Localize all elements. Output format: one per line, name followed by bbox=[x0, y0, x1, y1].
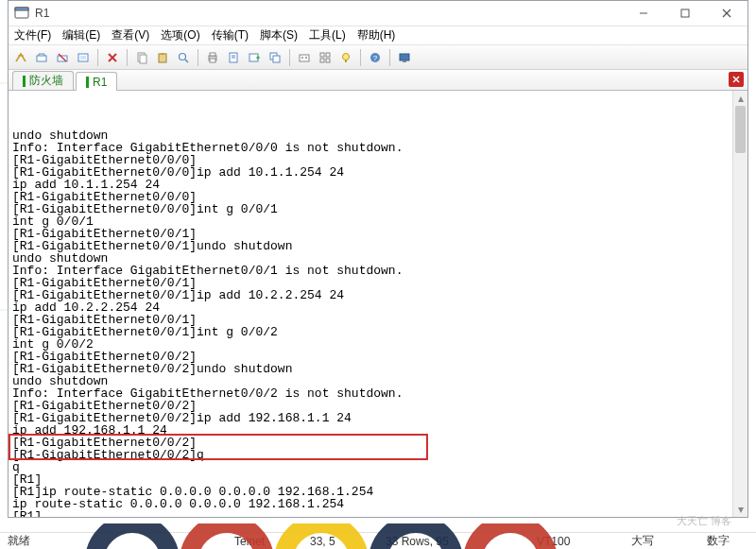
svg-rect-10 bbox=[80, 56, 86, 60]
toolbar-sep bbox=[289, 49, 290, 66]
copy-icon[interactable] bbox=[133, 49, 150, 66]
toolbar-sep bbox=[97, 49, 98, 66]
status-num: 数字 bbox=[707, 533, 756, 549]
clone-session-icon[interactable] bbox=[266, 49, 284, 66]
scroll-track[interactable] bbox=[733, 106, 747, 502]
svg-rect-30 bbox=[300, 55, 309, 61]
svg-point-32 bbox=[305, 57, 307, 59]
svg-rect-35 bbox=[320, 59, 324, 62]
svg-line-18 bbox=[185, 60, 188, 62]
paste-icon[interactable] bbox=[154, 49, 171, 66]
menu-script[interactable]: 脚本(S) bbox=[260, 27, 298, 43]
background-art bbox=[76, 523, 643, 549]
svg-point-46 bbox=[189, 523, 265, 549]
toolbar-sep bbox=[127, 49, 128, 66]
reconnect-icon[interactable] bbox=[33, 49, 50, 66]
svg-rect-6 bbox=[37, 56, 46, 61]
svg-point-45 bbox=[94, 523, 170, 549]
terminal-line: [R1-GigabitEthernet0/0/1]int g 0/0/2 bbox=[12, 326, 729, 338]
tab-label: R1 bbox=[93, 76, 107, 89]
toolbar-sep bbox=[389, 49, 390, 66]
terminal-line: [R1-GigabitEthernet0/0/1]undo shutdown bbox=[12, 240, 729, 252]
svg-point-31 bbox=[301, 57, 303, 59]
svg-point-37 bbox=[343, 53, 350, 60]
menu-help[interactable]: 帮助(H) bbox=[357, 27, 396, 43]
svg-rect-38 bbox=[345, 60, 347, 62]
options-icon[interactable] bbox=[296, 49, 313, 66]
window-title: R1 bbox=[35, 7, 49, 20]
svg-rect-20 bbox=[210, 53, 215, 56]
svg-rect-33 bbox=[320, 53, 324, 57]
menu-file[interactable]: 文件(F) bbox=[14, 27, 51, 43]
print-icon[interactable] bbox=[204, 49, 221, 66]
terminal-line: ip route-static 0.0.0.0 0.0.0.0 192.168.… bbox=[12, 498, 729, 510]
quick-connect-icon[interactable] bbox=[12, 49, 29, 66]
menu-transfer[interactable]: 传输(T) bbox=[212, 27, 249, 43]
menu-view[interactable]: 查看(V) bbox=[112, 27, 149, 43]
svg-rect-34 bbox=[326, 53, 330, 57]
svg-point-17 bbox=[180, 53, 186, 60]
svg-point-49 bbox=[472, 523, 548, 549]
app-window: R1 文件(F) 编辑(E) 查看(V) 选项(O) 传输(T) 脚本(S) 工… bbox=[8, 0, 748, 518]
tile-icon[interactable] bbox=[317, 49, 334, 66]
scroll-up-icon[interactable]: ▴ bbox=[733, 91, 747, 106]
terminal-line: [R1-GigabitEthernet0/0/2]q bbox=[12, 449, 729, 461]
terminal-line: q bbox=[12, 461, 729, 473]
terminal-output[interactable]: undo shutdownInfo: Interface GigabitEthe… bbox=[9, 91, 732, 517]
new-session-icon[interactable] bbox=[246, 49, 263, 66]
disconnect-icon[interactable] bbox=[54, 49, 71, 66]
svg-rect-14 bbox=[140, 55, 146, 63]
menu-options[interactable]: 选项(O) bbox=[161, 27, 199, 43]
tab-r1[interactable]: R1 bbox=[76, 72, 117, 91]
log-icon[interactable] bbox=[225, 49, 242, 66]
terminal-line: [R1] bbox=[12, 510, 729, 517]
watermark-text: 大天亡 博客 bbox=[677, 514, 731, 528]
minimize-button[interactable] bbox=[623, 1, 664, 26]
svg-rect-29 bbox=[273, 56, 280, 62]
scroll-thumb[interactable] bbox=[735, 106, 746, 153]
toolbar: ? bbox=[9, 45, 747, 70]
svg-point-48 bbox=[378, 523, 454, 549]
maximize-button[interactable] bbox=[664, 1, 706, 26]
help-icon[interactable]: ? bbox=[367, 49, 384, 66]
menu-tools[interactable]: 工具(L) bbox=[309, 27, 346, 43]
app-icon bbox=[14, 6, 29, 21]
vertical-scrollbar[interactable]: ▴ ▾ bbox=[732, 91, 747, 517]
status-ready: 就绪 bbox=[8, 533, 64, 549]
activity-indicator-icon bbox=[86, 77, 89, 88]
toolbar-sep bbox=[198, 49, 198, 66]
svg-rect-41 bbox=[400, 54, 409, 60]
left-edge-decor bbox=[0, 26, 8, 517]
svg-rect-3 bbox=[681, 9, 689, 17]
svg-rect-15 bbox=[159, 54, 166, 62]
terminal-line: [R1-GigabitEthernet0/0/2]undo shutdown bbox=[12, 363, 729, 375]
svg-rect-1 bbox=[15, 8, 28, 10]
tab-firewall[interactable]: 防火墙 bbox=[12, 71, 74, 90]
terminal-line: [R1-GigabitEthernet0/0/0]int g 0/0/1 bbox=[12, 203, 729, 215]
screen-icon[interactable] bbox=[396, 49, 413, 66]
titlebar[interactable]: R1 bbox=[9, 1, 747, 26]
menu-edit[interactable]: 编辑(E) bbox=[62, 27, 100, 43]
close-button[interactable] bbox=[706, 1, 747, 26]
activity-indicator-icon bbox=[23, 76, 26, 87]
scroll-down-icon[interactable]: ▾ bbox=[733, 502, 747, 517]
terminal-area: undo shutdownInfo: Interface GigabitEthe… bbox=[9, 91, 747, 517]
tab-label: 防火墙 bbox=[29, 73, 63, 89]
svg-point-47 bbox=[284, 523, 359, 549]
toolbar-sep bbox=[360, 49, 361, 66]
cancel-icon[interactable] bbox=[104, 49, 121, 66]
tabs-close-button[interactable] bbox=[729, 72, 744, 87]
svg-text:?: ? bbox=[373, 54, 378, 62]
session-options-icon[interactable] bbox=[75, 49, 92, 66]
find-icon[interactable] bbox=[175, 49, 192, 66]
tab-row: 防火墙 R1 bbox=[9, 70, 747, 91]
lightbulb-icon[interactable] bbox=[337, 49, 354, 66]
svg-rect-42 bbox=[403, 60, 406, 62]
svg-rect-36 bbox=[326, 59, 330, 62]
menubar: 文件(F) 编辑(E) 查看(V) 选项(O) 传输(T) 脚本(S) 工具(L… bbox=[9, 26, 747, 45]
svg-rect-16 bbox=[161, 53, 164, 55]
svg-rect-21 bbox=[210, 59, 215, 62]
